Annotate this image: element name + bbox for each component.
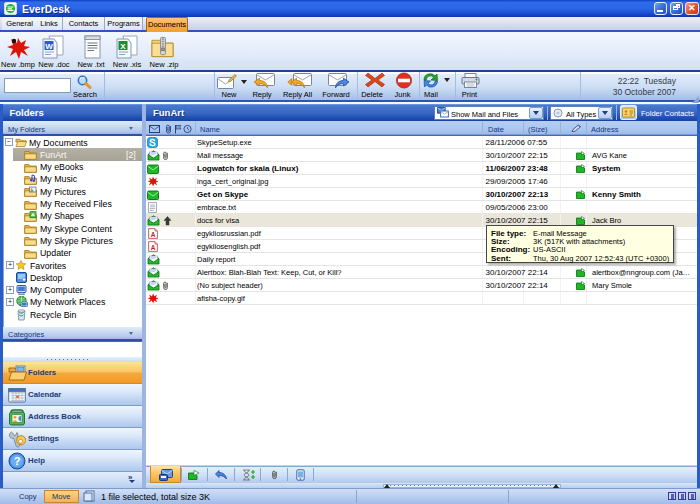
svg-text:A: A (151, 231, 156, 238)
svg-text:A: A (151, 244, 156, 251)
svg-text:?: ? (14, 455, 21, 467)
svg-text:X: X (120, 42, 126, 51)
svg-text:W: W (45, 42, 53, 51)
